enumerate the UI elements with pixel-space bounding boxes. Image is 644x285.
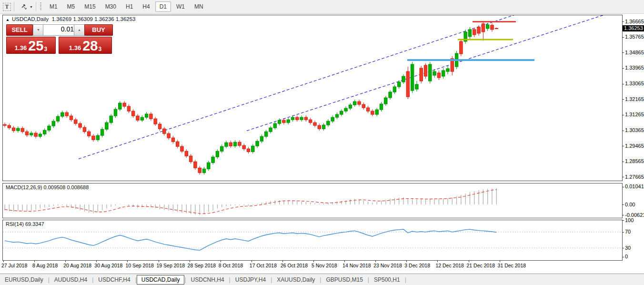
macd-panel[interactable]	[2, 183, 623, 218]
rsi-panel[interactable]	[2, 220, 623, 261]
current-price-tag: 1.36253	[623, 25, 644, 31]
chart-tab-xauusd[interactable]: XAUUSD,Daily	[272, 275, 320, 284]
trading-platform-window: T ▼ M1M5M15M30H1H4D1W1MN ▲USDCAD,Daily 1…	[0, 0, 644, 285]
price-tick	[622, 99, 624, 100]
candle-body-bear	[132, 111, 135, 116]
chart-tab-usdjpy[interactable]: USDJPY,H4	[231, 275, 271, 284]
upper-trendline[interactable]	[79, 15, 519, 159]
macd-chart[interactable]	[3, 183, 622, 218]
candle-body-bull	[411, 64, 413, 91]
chart-tab-sp500[interactable]: SP500,H1	[369, 275, 405, 284]
candle-body-bear	[123, 103, 126, 106]
date-tick-label: 8 Aug 2018	[32, 263, 58, 268]
candle-body-bull	[43, 130, 46, 134]
date-tick-label: 14 Nov 2018	[342, 263, 371, 268]
timeframe-button-mn[interactable]: MN	[190, 1, 208, 12]
price-tick	[622, 21, 624, 22]
date-tick-label: 12 Dec 2018	[435, 263, 464, 268]
price-tick	[622, 146, 624, 146]
timeframe-button-m1[interactable]: M1	[45, 1, 62, 12]
date-tick-label: 20 Aug 2018	[63, 263, 91, 268]
candle-body-bull	[145, 114, 148, 117]
candle-body-bull	[415, 84, 418, 89]
price-tick-label: 1.31265	[625, 112, 644, 117]
sell-button[interactable]: SELL	[6, 24, 33, 36]
timeframe-button-m30[interactable]: M30	[101, 1, 121, 12]
candle-body-bull	[101, 129, 103, 135]
rsi-tick	[622, 248, 624, 248]
candle-body-bull	[398, 82, 401, 87]
candle-body-bull	[389, 92, 392, 98]
tab-separator: |	[405, 276, 406, 283]
date-tick	[500, 260, 500, 262]
top-toolbar: T ▼ M1M5M15M30H1H4D1W1MN	[0, 0, 644, 14]
candle-body-bull	[433, 71, 436, 75]
chart-tab-gbpusd[interactable]: GBPUSD,M15	[321, 275, 367, 284]
candle-body-bear	[491, 25, 493, 30]
chart-tab-eurusd[interactable]: EURUSD,Daily	[0, 275, 48, 284]
chart-tab-usdcad[interactable]: USDCAD,Daily	[137, 275, 185, 285]
timeframe-button-m5[interactable]: M5	[63, 1, 80, 12]
candle-body-bull	[429, 64, 432, 81]
date-tick-label: 21 Dec 2018	[467, 263, 495, 268]
macd-title-label: MACD(12,26,9) 0.009508 0.008688	[6, 184, 89, 190]
timeframe-button-m15[interactable]: M15	[80, 1, 100, 12]
rsi-chart[interactable]	[3, 220, 622, 260]
candle-body-bull	[202, 169, 205, 173]
crosshair-arrows-icon[interactable]	[20, 2, 29, 11]
volume-input[interactable]: 0.01	[43, 24, 77, 36]
tool-dropdown-icon[interactable]: ▼	[30, 5, 33, 9]
candle-body-bull	[141, 117, 143, 120]
candle-body-bear	[171, 138, 174, 142]
toolbar-grip-handle[interactable]	[40, 2, 41, 11]
macd-tick	[622, 215, 624, 215]
candle-body-bull	[216, 151, 219, 157]
candle-body-bull	[331, 117, 334, 121]
candle-body-bull	[265, 132, 268, 136]
candle-body-bear	[176, 142, 179, 146]
date-tick-label: 3 Dec 2018	[404, 263, 430, 268]
text-tool-icon[interactable]: T	[3, 3, 11, 11]
date-tick	[313, 260, 314, 262]
date-tick-label: 10 Sep 2018	[125, 263, 154, 268]
date-tick-label: 30 Aug 2018	[94, 263, 122, 268]
candle-body-bear	[477, 27, 480, 33]
volume-decrease-button[interactable]: ▼	[33, 24, 44, 36]
timeframe-button-w1[interactable]: W1	[172, 1, 189, 12]
chart-tab-usdchf[interactable]: USDCHF,H4	[93, 275, 135, 284]
candle-body-bull	[52, 121, 55, 126]
candle-body-bull	[327, 121, 330, 125]
timeframe-button-h1[interactable]: H1	[121, 1, 137, 12]
collapse-triangle-icon[interactable]: ▲	[6, 18, 10, 22]
timeframe-button-h4[interactable]: H4	[138, 1, 154, 12]
chart-tab-usdcnh[interactable]: USDCNH,H4	[186, 275, 229, 284]
candle-body-bear	[309, 120, 312, 122]
candle-body-bear	[74, 120, 77, 123]
rsi-tick	[622, 220, 624, 221]
date-tick	[3, 260, 4, 262]
candle-body-bear	[296, 117, 299, 120]
price-tick	[622, 115, 624, 115]
chart-tab-audusd[interactable]: AUDUSD,H4	[50, 275, 92, 284]
macd-signal-line	[5, 190, 496, 214]
sell-price-panel[interactable]: 1.36 25 3	[6, 37, 56, 54]
buy-button[interactable]: BUY	[84, 24, 113, 36]
price-tick	[622, 131, 624, 131]
candle-body-bear	[437, 73, 440, 78]
volume-increase-button[interactable]: ▲	[74, 24, 85, 36]
candle-body-bull	[269, 128, 272, 132]
timeframe-button-d1[interactable]: D1	[155, 1, 171, 12]
chart-tab-bar: EURUSD,Daily|AUDUSD,H4|USDCHF,H4|USDCAD,…	[0, 274, 644, 285]
candle-body-bull	[349, 105, 352, 108]
date-tick	[159, 260, 159, 262]
buy-price-pips: 28	[82, 40, 98, 52]
candle-body-bull	[402, 76, 405, 82]
lower-trendline[interactable]	[247, 15, 609, 131]
candle-body-bear	[3, 124, 6, 125]
price-tick-label: 1.33065	[625, 81, 644, 86]
candle-body-bull	[225, 142, 228, 146]
date-tick	[344, 260, 345, 262]
candle-body-bull	[252, 146, 254, 152]
candle-body-bear	[495, 28, 498, 29]
buy-price-panel[interactable]: 1.36 28 3	[59, 37, 112, 54]
